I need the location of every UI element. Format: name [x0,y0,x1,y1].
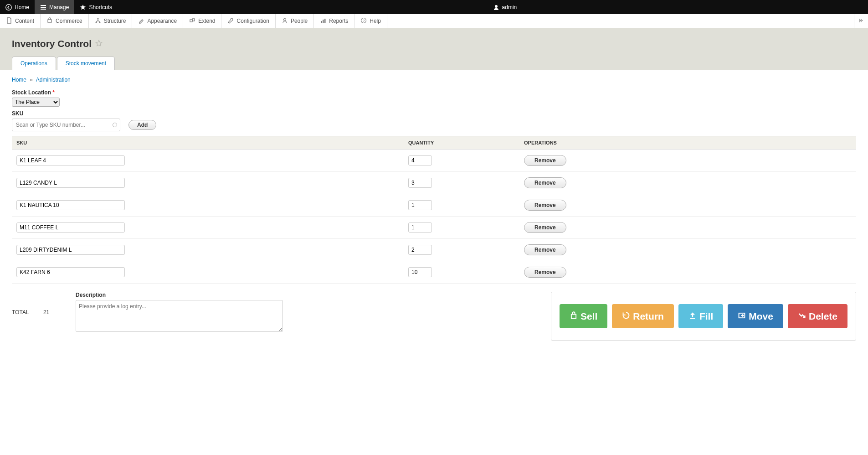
sku-cell-input[interactable] [16,178,125,188]
table-row: Remove [12,194,856,217]
inventory-grid: SKU QUANTITY OPERATIONS RemoveRemoveRemo… [12,136,856,284]
bag-icon [570,311,578,322]
admin-topbar: Home Manage Shortcuts admin [0,0,868,14]
svg-marker-1 [80,5,86,10]
sell-button[interactable]: Sell [560,304,607,328]
description-label: Description [76,292,288,298]
sku-cell-input[interactable] [16,155,125,165]
qty-cell-input[interactable] [408,222,432,233]
menu-commerce-label: Commerce [56,18,82,24]
breadcrumb-home[interactable]: Home [12,77,26,83]
svg-text:?: ? [363,19,365,23]
table-row: Remove [12,239,856,261]
menu-help[interactable]: ? Help [354,14,387,28]
grid-header-qty: QUANTITY [408,140,524,145]
menu-people[interactable]: People [276,14,314,28]
svg-rect-3 [48,20,51,22]
topbar-shortcuts-label: Shortcuts [89,4,112,10]
tab-stock-movement[interactable]: Stock movement [57,57,115,70]
topbar-manage-label: Manage [49,4,69,10]
structure-icon [95,17,101,25]
admin-menu: Content Commerce Structure Appearance Ex… [0,14,868,28]
footer-area: TOTAL 21 Description Sell Return Fill Mo… [12,284,856,349]
menu-commerce[interactable]: Commerce [41,14,89,28]
svg-rect-16 [571,314,576,318]
sku-cell-input[interactable] [16,245,125,255]
autocomplete-spinner-icon [113,123,117,127]
menu-help-label: Help [370,18,381,24]
menu-extend-label: Extend [198,18,215,24]
sku-cell-input[interactable] [16,222,125,233]
svg-rect-11 [323,20,324,23]
remove-button[interactable]: Remove [524,177,566,188]
topbar-user[interactable]: admin [488,0,868,14]
menu-content[interactable]: Content [0,14,41,28]
chart-icon [320,17,326,25]
fill-button[interactable]: Fill [678,304,723,328]
commerce-icon [46,17,53,25]
sku-input[interactable] [12,119,120,131]
table-row: Remove [12,172,856,194]
total-block: TOTAL 21 [12,292,57,315]
description-textarea[interactable] [76,300,283,332]
table-row: Remove [12,217,856,239]
qty-cell-input[interactable] [408,245,432,255]
upload-icon [688,311,697,322]
return-button[interactable]: Return [612,304,674,328]
breadcrumb: Home » Administration [12,77,856,83]
svg-point-9 [283,18,286,21]
topbar-home-label: Home [15,4,29,10]
tab-operations[interactable]: Operations [12,57,56,70]
user-icon [493,4,499,10]
appearance-icon [138,17,144,25]
remove-button[interactable]: Remove [524,200,566,211]
topbar-home[interactable]: Home [0,0,35,14]
menu-people-label: People [291,18,308,24]
menu-structure-label: Structure [104,18,126,24]
qty-cell-input[interactable] [408,267,432,277]
qty-cell-input[interactable] [408,155,432,165]
extend-icon [189,17,195,25]
menu-appearance-label: Appearance [147,18,177,24]
svg-point-0 [6,4,12,10]
menu-extend[interactable]: Extend [183,14,221,28]
hamburger-icon [40,4,46,10]
menu-structure[interactable]: Structure [89,14,133,28]
help-icon: ? [360,17,367,25]
table-row: Remove [12,150,856,172]
menu-appearance[interactable]: Appearance [132,14,183,28]
sku-cell-input[interactable] [16,267,125,277]
topbar-user-label: admin [502,4,517,10]
grid-header: SKU QUANTITY OPERATIONS [12,136,856,150]
remove-button[interactable]: Remove [524,244,566,255]
grid-header-sku: SKU [16,140,408,145]
svg-rect-7 [190,20,192,22]
menu-collapse[interactable] [854,14,868,28]
sku-cell-input[interactable] [16,200,125,210]
add-button[interactable]: Add [128,120,156,130]
delete-button[interactable]: Delete [788,304,847,328]
svg-marker-15 [96,40,102,46]
remove-button[interactable]: Remove [524,267,566,278]
menu-configuration[interactable]: Configuration [221,14,275,28]
move-button[interactable]: Move [728,304,783,328]
remove-button[interactable]: Remove [524,155,566,166]
remove-button[interactable]: Remove [524,222,566,233]
topbar-manage[interactable]: Manage [35,0,74,14]
menu-reports[interactable]: Reports [314,14,354,28]
breadcrumb-admin[interactable]: Administration [36,77,71,83]
qty-cell-input[interactable] [408,200,432,210]
stock-location-label: Stock Location * [12,89,856,96]
favorite-star-icon[interactable] [95,38,103,49]
topbar-shortcuts[interactable]: Shortcuts [74,0,118,14]
table-row: Remove [12,261,856,284]
svg-point-2 [495,5,498,8]
svg-rect-10 [321,21,322,23]
trend-down-icon [798,311,806,322]
qty-cell-input[interactable] [408,178,432,188]
people-icon [282,17,288,25]
stock-location-select[interactable]: The Place [12,98,60,107]
tabs: Operations Stock movement [12,57,856,70]
menu-reports-label: Reports [329,18,348,24]
star-icon [80,4,86,10]
